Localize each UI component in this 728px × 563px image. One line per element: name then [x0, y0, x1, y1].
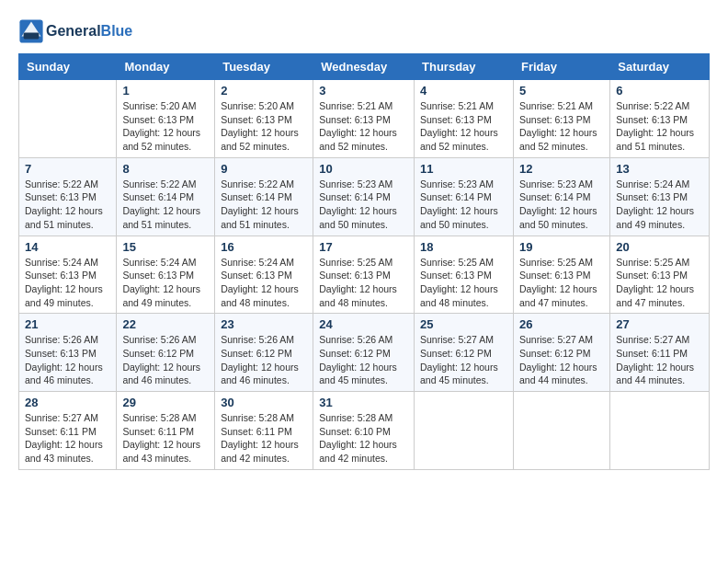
cell-sunrise-sunset: Sunrise: 5:25 AM Sunset: 6:13 PM Dayligh… — [319, 256, 408, 310]
calendar-cell: 15Sunrise: 5:24 AM Sunset: 6:13 PM Dayli… — [117, 236, 215, 314]
calendar-cell: 21Sunrise: 5:26 AM Sunset: 6:13 PM Dayli… — [19, 314, 117, 392]
cell-sunrise-sunset: Sunrise: 5:24 AM Sunset: 6:13 PM Dayligh… — [616, 178, 703, 232]
cell-sunrise-sunset: Sunrise: 5:21 AM Sunset: 6:13 PM Dayligh… — [319, 99, 408, 154]
calendar-cell: 28Sunrise: 5:27 AM Sunset: 6:11 PM Dayli… — [19, 392, 117, 470]
weekday-header: Friday — [513, 54, 609, 80]
cell-sunrise-sunset: Sunrise: 5:25 AM Sunset: 6:13 PM Dayligh… — [519, 256, 604, 310]
cell-sunrise-sunset: Sunrise: 5:23 AM Sunset: 6:14 PM Dayligh… — [519, 178, 604, 232]
day-number: 10 — [319, 162, 408, 176]
cell-sunrise-sunset: Sunrise: 5:24 AM Sunset: 6:13 PM Dayligh… — [25, 256, 110, 310]
logo-icon — [18, 18, 44, 44]
calendar-cell: 4Sunrise: 5:21 AM Sunset: 6:13 PM Daylig… — [415, 80, 514, 158]
day-number: 23 — [221, 317, 307, 331]
day-number: 24 — [319, 317, 408, 331]
calendar-cell — [513, 392, 609, 470]
calendar-cell: 17Sunrise: 5:25 AM Sunset: 6:13 PM Dayli… — [313, 236, 415, 314]
day-number: 11 — [420, 162, 507, 176]
calendar-cell: 25Sunrise: 5:27 AM Sunset: 6:12 PM Dayli… — [415, 314, 514, 392]
day-number: 3 — [319, 84, 408, 98]
calendar-cell: 9Sunrise: 5:22 AM Sunset: 6:14 PM Daylig… — [215, 157, 313, 236]
calendar-week-row: 14Sunrise: 5:24 AM Sunset: 6:13 PM Dayli… — [19, 236, 710, 314]
calendar-cell: 19Sunrise: 5:25 AM Sunset: 6:13 PM Dayli… — [513, 236, 609, 314]
day-number: 29 — [122, 396, 209, 409]
cell-sunrise-sunset: Sunrise: 5:26 AM Sunset: 6:12 PM Dayligh… — [122, 333, 209, 387]
cell-sunrise-sunset: Sunrise: 5:22 AM Sunset: 6:14 PM Dayligh… — [221, 178, 307, 232]
cell-sunrise-sunset: Sunrise: 5:25 AM Sunset: 6:13 PM Dayligh… — [420, 256, 507, 310]
day-number: 5 — [519, 84, 604, 98]
day-number: 27 — [616, 317, 703, 331]
day-number: 13 — [616, 162, 703, 176]
weekday-header: Tuesday — [215, 54, 313, 80]
calendar-cell: 12Sunrise: 5:23 AM Sunset: 6:14 PM Dayli… — [513, 157, 609, 236]
cell-sunrise-sunset: Sunrise: 5:28 AM Sunset: 6:10 PM Dayligh… — [319, 411, 408, 465]
calendar-cell: 6Sunrise: 5:22 AM Sunset: 6:13 PM Daylig… — [610, 80, 710, 158]
cell-sunrise-sunset: Sunrise: 5:28 AM Sunset: 6:11 PM Dayligh… — [122, 411, 209, 465]
svg-rect-2 — [24, 32, 40, 39]
header-row: SundayMondayTuesdayWednesdayThursdayFrid… — [19, 54, 710, 80]
calendar-cell — [19, 80, 117, 158]
day-number: 20 — [616, 240, 703, 254]
cell-sunrise-sunset: Sunrise: 5:22 AM Sunset: 6:14 PM Dayligh… — [122, 178, 209, 232]
weekday-header: Thursday — [415, 54, 514, 80]
calendar-cell: 10Sunrise: 5:23 AM Sunset: 6:14 PM Dayli… — [313, 157, 415, 236]
calendar-cell: 3Sunrise: 5:21 AM Sunset: 6:13 PM Daylig… — [313, 80, 415, 158]
calendar-week-row: 21Sunrise: 5:26 AM Sunset: 6:13 PM Dayli… — [19, 314, 710, 392]
calendar-cell: 31Sunrise: 5:28 AM Sunset: 6:10 PM Dayli… — [313, 392, 415, 470]
calendar-cell: 2Sunrise: 5:20 AM Sunset: 6:13 PM Daylig… — [215, 80, 313, 158]
day-number: 14 — [25, 240, 110, 254]
cell-sunrise-sunset: Sunrise: 5:27 AM Sunset: 6:12 PM Dayligh… — [519, 333, 604, 387]
weekday-header: Wednesday — [313, 54, 415, 80]
cell-sunrise-sunset: Sunrise: 5:27 AM Sunset: 6:11 PM Dayligh… — [25, 411, 110, 465]
day-number: 16 — [221, 240, 307, 254]
calendar-cell: 14Sunrise: 5:24 AM Sunset: 6:13 PM Dayli… — [19, 236, 117, 314]
day-number: 4 — [420, 84, 507, 98]
weekday-header: Saturday — [610, 54, 710, 80]
day-number: 31 — [319, 396, 408, 409]
calendar-table: SundayMondayTuesdayWednesdayThursdayFrid… — [18, 53, 710, 470]
cell-sunrise-sunset: Sunrise: 5:28 AM Sunset: 6:11 PM Dayligh… — [221, 411, 307, 465]
cell-sunrise-sunset: Sunrise: 5:26 AM Sunset: 6:13 PM Dayligh… — [25, 333, 110, 387]
day-number: 7 — [25, 162, 110, 176]
cell-sunrise-sunset: Sunrise: 5:20 AM Sunset: 6:13 PM Dayligh… — [122, 99, 209, 154]
cell-sunrise-sunset: Sunrise: 5:23 AM Sunset: 6:14 PM Dayligh… — [420, 178, 507, 232]
cell-sunrise-sunset: Sunrise: 5:24 AM Sunset: 6:13 PM Dayligh… — [122, 256, 209, 310]
calendar-cell: 26Sunrise: 5:27 AM Sunset: 6:12 PM Dayli… — [513, 314, 609, 392]
calendar-cell: 29Sunrise: 5:28 AM Sunset: 6:11 PM Dayli… — [117, 392, 215, 470]
calendar-cell: 18Sunrise: 5:25 AM Sunset: 6:13 PM Dayli… — [415, 236, 514, 314]
day-number: 9 — [221, 162, 307, 176]
day-number: 28 — [25, 396, 110, 409]
calendar-cell: 16Sunrise: 5:24 AM Sunset: 6:13 PM Dayli… — [215, 236, 313, 314]
day-number: 6 — [616, 84, 703, 98]
calendar-cell: 20Sunrise: 5:25 AM Sunset: 6:13 PM Dayli… — [610, 236, 710, 314]
calendar-cell: 5Sunrise: 5:21 AM Sunset: 6:13 PM Daylig… — [513, 80, 609, 158]
cell-sunrise-sunset: Sunrise: 5:22 AM Sunset: 6:13 PM Dayligh… — [616, 99, 703, 154]
calendar-week-row: 28Sunrise: 5:27 AM Sunset: 6:11 PM Dayli… — [19, 392, 710, 470]
cell-sunrise-sunset: Sunrise: 5:26 AM Sunset: 6:12 PM Dayligh… — [221, 333, 307, 387]
day-number: 17 — [319, 240, 408, 254]
logo: GeneralBlue — [18, 18, 132, 44]
calendar-cell: 24Sunrise: 5:26 AM Sunset: 6:12 PM Dayli… — [313, 314, 415, 392]
calendar-cell: 13Sunrise: 5:24 AM Sunset: 6:13 PM Dayli… — [610, 157, 710, 236]
cell-sunrise-sunset: Sunrise: 5:27 AM Sunset: 6:12 PM Dayligh… — [420, 333, 507, 387]
day-number: 12 — [519, 162, 604, 176]
calendar-cell — [415, 392, 514, 470]
cell-sunrise-sunset: Sunrise: 5:20 AM Sunset: 6:13 PM Dayligh… — [221, 99, 307, 154]
cell-sunrise-sunset: Sunrise: 5:21 AM Sunset: 6:13 PM Dayligh… — [420, 99, 507, 154]
calendar-cell: 22Sunrise: 5:26 AM Sunset: 6:12 PM Dayli… — [117, 314, 215, 392]
cell-sunrise-sunset: Sunrise: 5:24 AM Sunset: 6:13 PM Dayligh… — [221, 256, 307, 310]
page-header: GeneralBlue — [18, 18, 710, 44]
cell-sunrise-sunset: Sunrise: 5:23 AM Sunset: 6:14 PM Dayligh… — [319, 178, 408, 232]
calendar-cell: 11Sunrise: 5:23 AM Sunset: 6:14 PM Dayli… — [415, 157, 514, 236]
day-number: 18 — [420, 240, 507, 254]
calendar-cell — [610, 392, 710, 470]
weekday-header: Monday — [117, 54, 215, 80]
cell-sunrise-sunset: Sunrise: 5:21 AM Sunset: 6:13 PM Dayligh… — [519, 99, 604, 154]
day-number: 25 — [420, 317, 507, 331]
calendar-cell: 23Sunrise: 5:26 AM Sunset: 6:12 PM Dayli… — [215, 314, 313, 392]
calendar-week-row: 7Sunrise: 5:22 AM Sunset: 6:13 PM Daylig… — [19, 157, 710, 236]
weekday-header: Sunday — [19, 54, 117, 80]
cell-sunrise-sunset: Sunrise: 5:26 AM Sunset: 6:12 PM Dayligh… — [319, 333, 408, 387]
day-number: 2 — [221, 84, 307, 98]
day-number: 1 — [122, 84, 209, 98]
day-number: 21 — [25, 317, 110, 331]
